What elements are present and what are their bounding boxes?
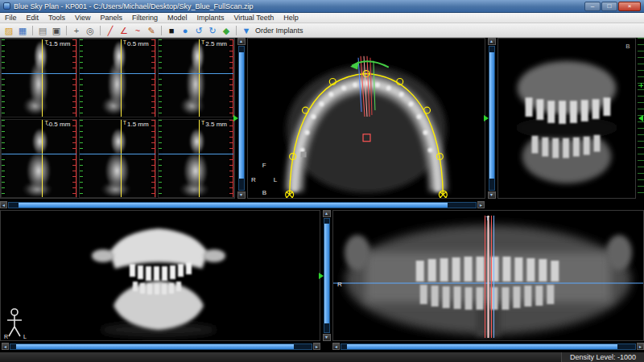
scroll-right-button[interactable]: ▸ — [313, 343, 320, 350]
scroll-left-button[interactable]: ◂ — [2, 343, 9, 350]
menu-tools[interactable]: Tools — [43, 13, 70, 23]
ruler-plus-marker[interactable] — [638, 83, 643, 88]
scrollbar-thumb[interactable] — [19, 203, 448, 208]
crosshair-vertical-line[interactable] — [121, 120, 122, 197]
rotate-cw-icon[interactable]: ↻ — [206, 24, 219, 37]
annotate-tool-icon[interactable]: ✎ — [145, 24, 158, 37]
scroll-left-button[interactable]: ◂ — [0, 201, 7, 208]
crosshair-horizontal-line[interactable] — [159, 154, 233, 154]
slice-position-marker[interactable] — [319, 273, 324, 279]
angle-tool-icon[interactable]: ∠ — [118, 24, 130, 37]
menu-virtual-teeth[interactable]: Virtual Teeth — [229, 13, 279, 23]
slider-up-button[interactable]: ▴ — [323, 210, 331, 217]
menu-edit[interactable]: Edit — [22, 13, 44, 23]
app-logo-icon — [3, 2, 10, 10]
cross-section-slice[interactable]: T 3.5 mm — [158, 119, 234, 198]
axial-slider-thumb[interactable] — [239, 52, 244, 179]
scroll-right-button[interactable]: ▸ — [637, 343, 644, 350]
slice-position-marker[interactable] — [484, 115, 489, 121]
toolbar-separator — [161, 26, 162, 35]
coronal-slider-thumb[interactable] — [489, 52, 494, 179]
crosshair-horizontal-line[interactable] — [159, 73, 233, 74]
panorama-side-letter: R — [337, 281, 342, 288]
axial-view-panel[interactable]: F B R L — [247, 38, 485, 199]
model-3d-panel[interactable]: R L — [0, 210, 320, 341]
coronal-image[interactable]: B — [498, 39, 635, 198]
cross-section-slice[interactable]: T -0.5 mm — [1, 119, 77, 198]
menu-filtering[interactable]: Filtering — [127, 13, 163, 23]
slice-ruler-right — [72, 39, 76, 117]
slider-down-button[interactable]: ▾ — [488, 191, 496, 199]
order-implants-button[interactable]: Order Implants — [255, 27, 303, 35]
slider-up-button[interactable]: ▴ — [237, 38, 246, 45]
save-icon[interactable]: ▦ — [16, 24, 29, 37]
crosshair-vertical-line[interactable] — [121, 39, 122, 117]
close-button[interactable]: × — [618, 2, 641, 11]
scrollbar-thumb[interactable] — [16, 344, 293, 349]
scrollbar-thumb[interactable] — [347, 344, 617, 349]
reset-view-icon[interactable]: ◆ — [220, 24, 233, 37]
slice-ruler-left — [80, 120, 83, 197]
slider-up-button[interactable]: ▴ — [488, 38, 496, 45]
title-bar[interactable]: Blue Sky Plan - KP001 - C:/Users/Michael… — [0, 0, 644, 13]
slice-ruler-left — [159, 39, 162, 117]
panoramic-image[interactable]: T R — [333, 211, 643, 340]
pan-3d-icon[interactable]: ● — [179, 24, 192, 37]
ruler-tool-icon[interactable]: ╱ — [104, 24, 117, 37]
menu-panels[interactable]: Panels — [95, 13, 127, 23]
cross-section-slice[interactable]: T -1.5 mm — [1, 39, 77, 117]
axial-left-letter: L — [274, 176, 278, 183]
open-folder-icon[interactable]: ▨ — [2, 24, 15, 37]
menu-help[interactable]: Help — [279, 13, 303, 23]
export-icon[interactable]: ▤ — [36, 24, 49, 37]
maximize-button[interactable]: □ — [601, 2, 617, 11]
menu-implants[interactable]: Implants — [192, 13, 229, 23]
ruler-triangle-marker[interactable] — [638, 115, 643, 121]
menu-view[interactable]: View — [70, 13, 95, 23]
implant-icon[interactable]: ▼ — [240, 24, 253, 37]
crosshair-vertical-line[interactable] — [199, 39, 200, 117]
crosshair-horizontal-line[interactable] — [2, 154, 76, 154]
toolbar-separator — [236, 26, 237, 35]
panorama-slider-thumb[interactable] — [324, 224, 329, 323]
axial-image[interactable]: F B R L — [248, 39, 485, 198]
density-level-readout: Density Level: -1000 — [561, 352, 644, 362]
cross-section-slice[interactable]: T 2.5 mm — [158, 39, 234, 117]
slice-position-marker[interactable] — [233, 115, 238, 121]
window-title: Blue Sky Plan - KP001 - C:/Users/Michael… — [14, 2, 584, 10]
crosshair-vertical-line[interactable] — [42, 39, 43, 117]
coronal-view-panel[interactable]: B — [497, 38, 636, 199]
slider-down-button[interactable]: ▾ — [237, 191, 246, 199]
panorama-slider-track[interactable] — [324, 218, 330, 333]
minimize-button[interactable]: – — [584, 2, 601, 11]
slider-down-button[interactable]: ▾ — [323, 334, 331, 341]
rotate-ccw-icon[interactable]: ↺ — [192, 24, 205, 37]
crosshair-horizontal-line[interactable] — [2, 73, 76, 74]
pan-tool-icon[interactable]: + — [70, 24, 83, 37]
model-3d-image[interactable]: R L — [1, 211, 320, 340]
crosshair-horizontal-line[interactable] — [80, 154, 155, 154]
coronal-slider-track[interactable] — [489, 46, 495, 191]
toolbar-separator — [66, 26, 67, 35]
scrollbar-track[interactable] — [341, 343, 636, 350]
profile-tool-icon[interactable]: ~ — [131, 24, 144, 37]
slice-offset-label: -0.5 mm — [47, 121, 70, 128]
crosshair-vertical-line[interactable] — [199, 120, 200, 197]
scrollbar-track[interactable] — [8, 202, 477, 208]
slice-ruler-left — [159, 120, 162, 197]
crosshair-horizontal-line[interactable] — [80, 73, 155, 74]
crosshair-vertical-line[interactable] — [42, 120, 43, 197]
screenshot-icon[interactable]: ▣ — [50, 24, 63, 37]
window-controls: – □ × — [584, 2, 641, 11]
cross-section-slice[interactable]: T 0.5 mm — [79, 39, 155, 117]
scrollbar-track[interactable] — [10, 343, 312, 350]
menu-file[interactable]: File — [0, 13, 22, 23]
menu-model[interactable]: Model — [163, 13, 192, 23]
panoramic-view-panel[interactable]: T R — [332, 210, 644, 341]
zoom-tool-icon[interactable]: ◎ — [84, 24, 97, 37]
cross-section-slice[interactable]: T 1.5 mm — [79, 119, 155, 198]
scroll-right-button[interactable]: ▸ — [477, 201, 485, 208]
axial-slider-track[interactable] — [238, 46, 245, 191]
window-level-icon[interactable]: ■ — [165, 24, 178, 37]
scroll-left-button[interactable]: ◂ — [332, 343, 340, 350]
